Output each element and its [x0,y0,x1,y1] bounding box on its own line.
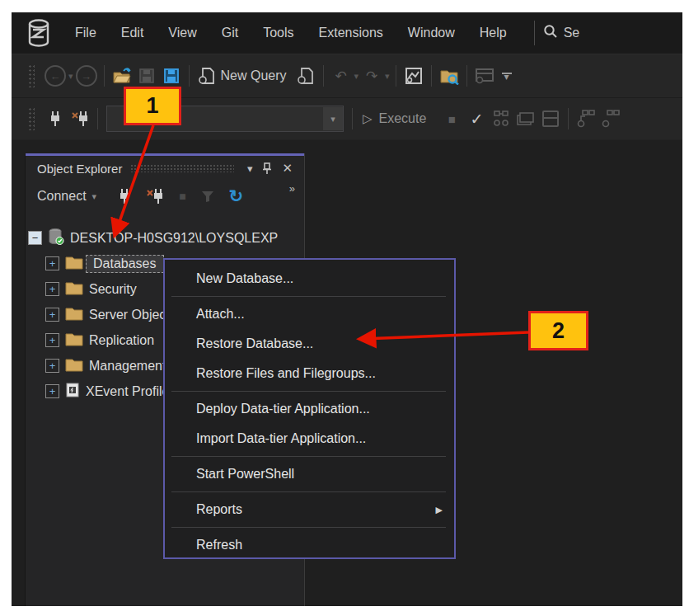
reports-label: Reports [196,502,242,517]
menu-item-new-database[interactable]: New Database... [165,264,454,294]
menu-item-attach[interactable]: Attach... [165,299,454,329]
activity-monitor-icon [405,67,423,85]
combo-dropdown-button[interactable]: ▾ [323,107,343,130]
xevent-profiles-node-label[interactable]: XEvent Profiles [86,384,176,399]
tree-row-server[interactable]: − DESKTOP-H0SG912\LOYSQLEXP [26,225,304,251]
security-node-label[interactable]: Security [89,282,137,297]
menu-edit[interactable]: Edit [109,21,157,45]
expand-icon[interactable]: + [45,282,59,296]
toolbar-grip[interactable] [28,107,35,130]
query-file-icon [298,67,314,85]
close-icon[interactable]: ✕ [282,161,293,176]
menu-window[interactable]: Window [396,21,467,45]
navigate-back-button[interactable]: ← [45,64,66,87]
estimated-plan-button[interactable] [490,107,512,130]
menu-item-refresh[interactable]: Refresh [165,530,454,560]
collapse-icon[interactable]: − [28,231,42,245]
refresh-icon[interactable]: ↻ [229,186,244,206]
menu-item-deploy-data-tier[interactable]: Deploy Data-tier Application... [165,394,454,424]
expand-icon[interactable]: + [45,359,59,373]
toolbar-separator [189,65,190,87]
open-query-file-button[interactable] [295,64,316,87]
save-floppy-icon [138,68,155,84]
menu-separator [171,391,446,392]
menu-file[interactable]: File [63,21,109,45]
new-query-button[interactable] [196,64,218,87]
undo-icon: ↶ [335,68,346,85]
object-explorer-titlebar[interactable]: Object Explorer ▾ ✕ [26,156,304,181]
menu-separator [171,456,446,457]
expand-icon[interactable]: + [45,256,59,270]
expand-icon[interactable]: + [45,384,59,398]
navigate-forward-button[interactable]: → [76,64,97,87]
menu-help[interactable]: Help [467,21,519,45]
execute-label: Execute [379,111,427,126]
open-folder-icon [112,67,132,85]
menu-item-import-data-tier[interactable]: Import Data-tier Application... [165,424,454,454]
menu-separator [171,296,446,297]
toolbar-separator [396,65,396,87]
menu-item-restore-files[interactable]: Restore Files and Filegroups... [165,359,454,388]
object-explorer-details-button[interactable] [438,64,460,87]
new-query-label[interactable]: New Query [221,68,287,83]
parse-query-button[interactable]: ✓ [466,107,487,130]
filter-button[interactable] [201,190,214,203]
menu-extensions[interactable]: Extensions [307,21,396,45]
panel-overflow-chevrons-icon[interactable]: » [289,182,296,195]
toolbar-grip[interactable] [28,64,35,87]
save-button[interactable] [136,64,157,87]
management-node-label[interactable]: Management [89,359,166,374]
cancel-query-button[interactable]: ■ [441,107,462,130]
pin-icon[interactable] [262,162,272,175]
toolbar-overflow-button[interactable]: ▾ [502,73,512,80]
menu-item-reports[interactable]: Reports ▶ [165,495,454,524]
new-window-button[interactable] [474,64,495,87]
databases-context-menu: New Database... Attach... Restore Databa… [163,258,456,559]
connect-dropdown-button[interactable]: Connect ▾ [37,189,97,204]
menu-tools[interactable]: Tools [251,21,306,45]
folder-icon [65,280,83,299]
back-history-caret-icon[interactable]: ▾ [68,71,73,82]
change-connection-button[interactable] [69,107,91,130]
connect-button[interactable] [45,107,66,130]
intellisense-button[interactable] [540,107,561,130]
live-query-stats-button[interactable] [600,107,621,130]
xevent-icon [65,383,80,401]
panel-drag-texture[interactable] [130,164,234,172]
search-control[interactable]: Se [543,24,580,42]
replication-node-label[interactable]: Replication [89,333,154,348]
redo-button[interactable]: ↷ [361,64,382,87]
panel-menu-caret-icon[interactable]: ▾ [247,162,253,175]
activity-monitor-button[interactable] [403,64,424,87]
expand-icon[interactable]: + [45,308,59,322]
execute-play-icon: ▷ [363,111,373,126]
disconnect-button[interactable] [146,188,164,205]
menu-item-restore-database[interactable]: Restore Database... [165,329,454,359]
redo-history-caret-icon[interactable]: ▾ [385,71,390,82]
server-node-label[interactable]: DESKTOP-H0SG912\LOYSQLEXP [70,231,278,246]
toolbar-separator [104,65,105,87]
connect-object-explorer-button[interactable] [118,188,131,205]
redo-icon: ↷ [366,68,377,85]
expand-icon[interactable]: + [45,333,59,347]
folder-icon [65,332,83,350]
save-all-button[interactable] [161,64,182,87]
menu-item-start-powershell[interactable]: Start PowerShell [165,459,454,489]
stop-icon[interactable]: ■ [179,190,185,203]
sql-editor-toolbar: ▾ ▷ Execute ■ ✓ [12,98,682,139]
results-pane-icon [542,111,559,127]
execute-button[interactable]: ▷ Execute [358,111,426,126]
undo-button[interactable]: ↶ [330,64,352,87]
query-options-button[interactable] [515,107,537,130]
open-file-button[interactable] [111,64,133,87]
ssms-logo-icon [26,19,51,47]
toolbar-separator [352,108,353,129]
stop-icon: ■ [448,112,456,126]
menu-view[interactable]: View [156,21,209,45]
menu-separator [171,527,446,528]
databases-node-label[interactable]: Databases [86,255,164,273]
filter-funnel-icon [201,190,214,203]
include-actual-plan-button[interactable] [575,107,597,130]
menu-git[interactable]: Git [209,21,251,45]
undo-history-caret-icon[interactable]: ▾ [354,71,359,82]
